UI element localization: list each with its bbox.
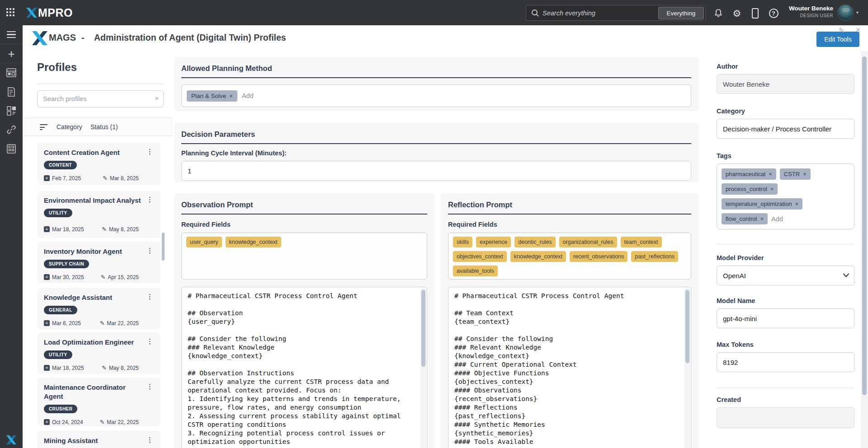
remove-tag-icon[interactable]: × — [795, 201, 799, 207]
xmpro-footer-x-icon[interactable] — [6, 435, 16, 444]
add-placeholder: Add — [242, 92, 254, 99]
kebab-menu-icon[interactable]: ⋮ — [146, 383, 154, 390]
blocks-grid-icon[interactable] — [0, 101, 23, 120]
tag-chip: flow_control× — [722, 213, 768, 224]
profile-card[interactable]: Knowledge Assistant ⋮ GENERAL +Mar 6, 20… — [38, 288, 160, 329]
planning-method-chip: Plan & Solve × — [187, 90, 237, 102]
profile-card[interactable]: Mining Assistant ⋮ — [38, 431, 160, 448]
profile-card[interactable]: Environmental Impact Analyst ⋮ UTILITY +… — [38, 191, 160, 238]
field-chip[interactable]: recent_observations — [570, 251, 628, 262]
mobile-device-icon[interactable] — [749, 7, 761, 19]
profile-card[interactable]: Content Creation Agent ⋮ CONTENT +Feb 7,… — [38, 143, 160, 185]
search-scope-button[interactable]: Everything — [658, 7, 704, 19]
created-label: Created — [717, 396, 854, 403]
field-chip[interactable]: experience — [476, 237, 511, 247]
field-chip[interactable]: organizational_rules — [559, 237, 617, 247]
kebab-menu-icon[interactable]: ⋮ — [146, 148, 154, 155]
observation-prompt-editor[interactable]: # Pharmaceutical CSTR Process Control Ag… — [181, 287, 427, 448]
tags-input[interactable]: pharmaceutical× CSTR× process_control× t… — [717, 163, 854, 229]
remove-tag-icon[interactable]: × — [770, 186, 774, 192]
kebab-menu-icon[interactable]: ⋮ — [146, 338, 154, 345]
author-field — [717, 74, 854, 94]
filter-status[interactable]: Status (1) — [90, 123, 118, 131]
kebab-menu-icon[interactable]: ⋮ — [146, 247, 154, 254]
profile-dates: +Oct 24, 2024 ✎Mar 22, 2025 — [44, 413, 154, 425]
field-chip[interactable]: deontic_rules — [514, 237, 555, 247]
title-separator: - — [81, 33, 85, 43]
clear-search-icon[interactable]: × — [155, 94, 159, 102]
profile-card[interactable]: Load Optimization Engineer ⋮ UTILITY +Ma… — [38, 332, 160, 374]
field-chip[interactable]: objectives_context — [453, 251, 507, 262]
profiles-search-input[interactable] — [43, 91, 147, 107]
forms-document-icon[interactable] — [0, 82, 23, 101]
field-chip[interactable]: knowledge_context — [510, 251, 566, 262]
link-chain-icon[interactable] — [0, 120, 23, 139]
planning-method-input[interactable]: Plan & Solve × Add — [181, 84, 691, 107]
remove-tag-icon[interactable]: × — [803, 171, 807, 177]
profile-card[interactable]: Inventory Monitor Agent ⋮ SUPPLY CHAIN +… — [38, 242, 160, 283]
heading-underline — [448, 214, 691, 215]
editor-scrollbar-thumb[interactable] — [421, 290, 425, 367]
category-field[interactable] — [717, 119, 854, 139]
notifications-bell-icon[interactable] — [712, 7, 724, 19]
created-date-icon: + — [44, 226, 50, 232]
field-chip[interactable]: past_reflections — [631, 251, 678, 262]
field-chip[interactable]: skills — [453, 237, 472, 247]
filter-category[interactable]: Category — [57, 123, 82, 131]
menu-hamburger-icon[interactable] — [0, 25, 23, 44]
created-date-icon: + — [44, 365, 50, 371]
edit-pencil-icon[interactable]: ✎ — [839, 26, 844, 35]
remove-tag-icon[interactable]: × — [769, 171, 772, 177]
modified-date: May 8, 2025 — [109, 365, 139, 371]
add-new-icon[interactable]: + — [0, 44, 23, 63]
kebab-menu-icon[interactable]: ⋮ — [146, 196, 154, 203]
user-caret-down-icon[interactable]: ▾ — [856, 10, 859, 15]
tag-chip: temperature_optimization× — [722, 198, 802, 210]
field-chip[interactable]: team_context — [621, 237, 662, 247]
search-icon — [531, 9, 539, 17]
planning-cycle-interval-input[interactable] — [181, 161, 691, 181]
created-date-icon: + — [44, 175, 50, 181]
user-menu[interactable]: Wouter Beneke DESIGN USER — [782, 5, 833, 19]
field-chip[interactable]: available_tools — [453, 266, 498, 276]
kebab-menu-icon[interactable]: ⋮ — [146, 293, 154, 300]
avatar[interactable] — [837, 5, 854, 21]
apps-grid-icon[interactable] — [6, 8, 16, 17]
reflection-prompt-editor[interactable]: # Pharmaceutical CSTR Process Control Ag… — [448, 287, 691, 448]
profiles-list-scrollbar[interactable] — [162, 233, 165, 261]
profile-card[interactable]: Maintenance Coordinator Agent ⋮ CRUSHER … — [38, 378, 160, 426]
page-scrollbar[interactable] — [861, 51, 868, 448]
profile-dates: +Mar 18, 2025 ✎May 8, 2025 — [44, 359, 154, 371]
help-icon[interactable]: ? — [768, 7, 779, 19]
model-name-field[interactable] — [717, 308, 854, 328]
page-scrollbar-thumb[interactable] — [862, 56, 867, 395]
model-provider-select[interactable]: OpenAI — [717, 266, 854, 285]
max-tokens-field[interactable] — [717, 352, 854, 372]
created-date: Mar 18, 2025 — [52, 226, 84, 233]
page-title: Administration of Agent (Digital Twin) P… — [94, 33, 286, 43]
filter-icon[interactable] — [40, 124, 47, 132]
calculator-icon[interactable] — [0, 139, 23, 158]
section-heading: Allowed Planning Method — [181, 64, 691, 73]
model-name-label: Model Name — [717, 297, 854, 304]
modified-date-icon: ✎ — [99, 419, 104, 425]
editor-scrollbar-thumb[interactable] — [685, 290, 689, 363]
profile-name: Maintenance Coordinator Agent — [44, 383, 142, 401]
profile-name: Mining Assistant — [44, 436, 98, 445]
close-icon[interactable]: ✕ — [855, 26, 861, 33]
kebab-menu-icon[interactable]: ⋮ — [146, 436, 154, 443]
reflection-required-fields[interactable]: skills experience deontic_rules organiza… — [448, 233, 691, 280]
top-bar: MPRO Everything ⚙ ? Wouter Beneke DESIGN… — [0, 0, 868, 25]
edit-tools-button[interactable]: Edit Tools — [816, 32, 859, 47]
dashboard-window-icon[interactable] — [0, 63, 23, 82]
field-chip[interactable]: knowledge_context — [226, 237, 281, 247]
remove-tag-icon[interactable]: × — [760, 216, 764, 222]
modified-date-icon: ✎ — [102, 226, 107, 233]
settings-gear-icon[interactable]: ⚙ — [731, 7, 743, 19]
observation-required-fields[interactable]: user_query knowledge_context — [181, 233, 427, 280]
xmpro-logo[interactable]: MPRO — [26, 0, 73, 25]
field-chip[interactable]: user_query — [186, 237, 222, 247]
remove-chip-icon[interactable]: × — [229, 93, 233, 99]
search-input[interactable] — [542, 6, 656, 20]
profile-category-badge: UTILITY — [44, 350, 72, 359]
